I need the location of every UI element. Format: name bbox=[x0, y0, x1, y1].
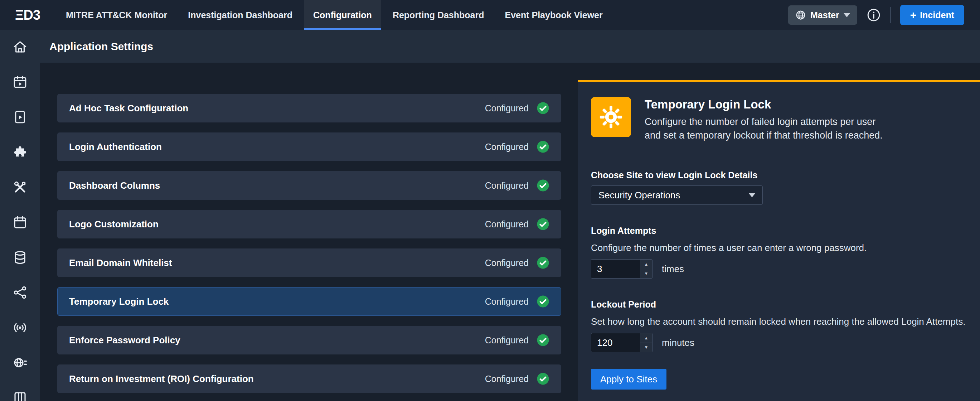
settings-list: Ad Hoc Task Configuration Configured Log… bbox=[57, 94, 561, 393]
login-attempts-label: Login Attempts bbox=[591, 226, 966, 236]
gear-icon bbox=[591, 97, 631, 137]
settings-row-roi-configuration[interactable]: Return on Investment (ROI) Configuration… bbox=[57, 364, 561, 393]
settings-row-temporary-login-lock[interactable]: Temporary Login Lock Configured bbox=[57, 287, 561, 316]
lockout-period-field[interactable] bbox=[591, 333, 640, 352]
left-icon-sidebar bbox=[0, 30, 40, 401]
nav-investigation-dashboard[interactable]: Investigation Dashboard bbox=[178, 0, 302, 30]
database-icon[interactable] bbox=[12, 250, 28, 265]
calendar-play-icon[interactable] bbox=[12, 75, 28, 89]
spin-up-button[interactable]: ▲ bbox=[640, 333, 652, 343]
globe-list-icon[interactable] bbox=[12, 355, 28, 370]
setting-status: Configured bbox=[485, 180, 529, 191]
tools-icon[interactable] bbox=[12, 180, 28, 195]
configured-check-icon bbox=[536, 140, 549, 153]
nav-configuration[interactable]: Configuration bbox=[304, 0, 381, 30]
settings-row-ad-hoc-task[interactable]: Ad Hoc Task Configuration Configured bbox=[57, 94, 561, 123]
setting-name: Temporary Login Lock bbox=[69, 296, 485, 307]
settings-row-enforce-password-policy[interactable]: Enforce Password Policy Configured bbox=[57, 326, 561, 355]
setting-status: Configured bbox=[485, 335, 529, 345]
site-select-value: Security Operations bbox=[598, 190, 749, 201]
nav-divider bbox=[890, 7, 891, 23]
nav-right-cluster: Master + Incident bbox=[788, 5, 980, 25]
file-play-icon[interactable] bbox=[12, 110, 28, 124]
details-panel: Temporary Login Lock Configure the numbe… bbox=[578, 80, 980, 401]
globe-icon bbox=[795, 10, 806, 21]
master-label: Master bbox=[810, 10, 839, 21]
configured-check-icon bbox=[536, 218, 549, 231]
page-header: Application Settings bbox=[40, 30, 980, 63]
settings-row-dashboard-columns[interactable]: Dashboard Columns Configured bbox=[57, 171, 561, 200]
info-icon[interactable] bbox=[867, 8, 881, 22]
columns-icon[interactable] bbox=[12, 390, 28, 401]
lockout-period-row: ▲ ▼ minutes bbox=[591, 333, 966, 352]
nav-mitre-attack-monitor[interactable]: MITRE ATT&CK Monitor bbox=[57, 0, 177, 30]
page-title: Application Settings bbox=[49, 40, 153, 53]
share-icon[interactable] bbox=[12, 285, 28, 300]
setting-name: Logo Customization bbox=[69, 219, 485, 230]
chevron-down-icon bbox=[749, 193, 755, 197]
login-attempts-field[interactable] bbox=[591, 259, 640, 278]
spin-down-button[interactable]: ▼ bbox=[640, 269, 652, 278]
calendar-icon[interactable] bbox=[12, 215, 28, 230]
setting-name: Return on Investment (ROI) Configuration bbox=[69, 374, 485, 385]
nav-reporting-dashboard[interactable]: Reporting Dashboard bbox=[383, 0, 493, 30]
site-select[interactable]: Security Operations bbox=[591, 185, 763, 205]
puzzle-icon[interactable] bbox=[12, 145, 28, 160]
site-select-label: Choose Site to view Login Lock Details bbox=[591, 170, 966, 180]
spin-up-button[interactable]: ▲ bbox=[640, 259, 652, 269]
d3-logo[interactable]: ΞD3 bbox=[15, 8, 40, 23]
settings-row-login-authentication[interactable]: Login Authentication Configured bbox=[57, 132, 561, 161]
master-dropdown[interactable]: Master bbox=[788, 5, 857, 25]
broadcast-icon[interactable] bbox=[12, 320, 28, 335]
configured-check-icon bbox=[536, 334, 549, 347]
setting-name: Enforce Password Policy bbox=[69, 335, 485, 346]
setting-name: Login Authentication bbox=[69, 142, 485, 153]
configured-check-icon bbox=[536, 256, 549, 269]
setting-name: Dashboard Columns bbox=[69, 180, 485, 191]
configured-check-icon bbox=[536, 295, 549, 308]
setting-status: Configured bbox=[485, 258, 529, 268]
login-attempts-spinner: ▲ ▼ bbox=[640, 259, 652, 278]
settings-row-email-domain-whitelist[interactable]: Email Domain Whitelist Configured bbox=[57, 248, 561, 277]
lockout-period-input: ▲ ▼ bbox=[591, 333, 652, 352]
setting-status: Configured bbox=[485, 103, 529, 113]
lockout-period-unit: minutes bbox=[662, 337, 694, 348]
configured-check-icon bbox=[536, 179, 549, 192]
plus-icon: + bbox=[910, 10, 916, 21]
login-attempts-input: ▲ ▼ bbox=[591, 259, 652, 278]
configured-check-icon bbox=[536, 102, 549, 115]
lockout-period-label: Lockout Period bbox=[591, 299, 966, 310]
setting-status: Configured bbox=[485, 142, 529, 152]
settings-row-logo-customization[interactable]: Logo Customization Configured bbox=[57, 210, 561, 239]
details-title-block: Temporary Login Lock Configure the numbe… bbox=[644, 97, 883, 142]
setting-name: Ad Hoc Task Configuration bbox=[69, 103, 485, 114]
home-icon[interactable] bbox=[12, 40, 28, 54]
nav-event-playbook-viewer[interactable]: Event Playbook Viewer bbox=[495, 0, 612, 30]
login-attempts-row: ▲ ▼ times bbox=[591, 259, 966, 278]
configured-check-icon bbox=[536, 372, 549, 385]
chevron-down-icon bbox=[844, 13, 850, 17]
top-nav: ΞD3 MITRE ATT&CK Monitor Investigation D… bbox=[0, 0, 980, 30]
setting-status: Configured bbox=[485, 219, 529, 229]
details-title: Temporary Login Lock bbox=[644, 98, 883, 111]
details-description: Configure the number of failed login att… bbox=[644, 115, 883, 142]
incident-label: Incident bbox=[920, 10, 954, 21]
login-attempts-unit: times bbox=[662, 264, 684, 275]
add-incident-button[interactable]: + Incident bbox=[900, 5, 964, 25]
lockout-period-spinner: ▲ ▼ bbox=[640, 333, 652, 352]
setting-status: Configured bbox=[485, 296, 529, 307]
apply-to-sites-button[interactable]: Apply to Sites bbox=[591, 369, 667, 390]
setting-status: Configured bbox=[485, 374, 529, 384]
lockout-period-description: Set how long the account should remain l… bbox=[591, 316, 966, 327]
login-attempts-description: Configure the number of times a user can… bbox=[591, 242, 966, 253]
details-header: Temporary Login Lock Configure the numbe… bbox=[591, 97, 966, 142]
setting-name: Email Domain Whitelist bbox=[69, 258, 485, 269]
spin-down-button[interactable]: ▼ bbox=[640, 343, 652, 352]
